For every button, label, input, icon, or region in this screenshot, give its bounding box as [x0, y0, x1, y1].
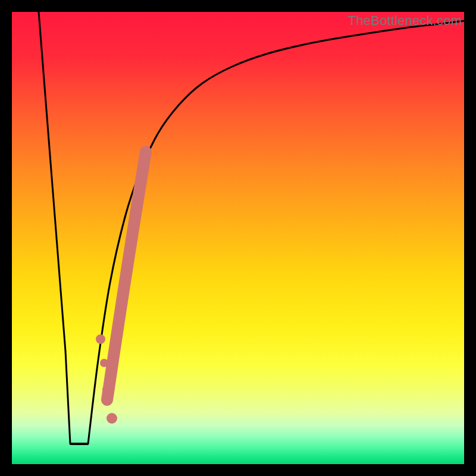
highlight-dot: [102, 384, 113, 395]
chart-plot: [12, 12, 464, 464]
chart-frame: TheBottleneck.com: [12, 12, 464, 464]
watermark-label: TheBottleneck.com: [347, 13, 462, 29]
curve-left-fall: [39, 12, 70, 444]
highlight-dot: [100, 359, 108, 367]
curve-right-rise: [88, 21, 464, 444]
highlight-dot: [96, 334, 105, 344]
highlight-markers: [96, 152, 146, 424]
highlight-dot: [107, 413, 117, 424]
highlight-segment: [107, 152, 146, 400]
